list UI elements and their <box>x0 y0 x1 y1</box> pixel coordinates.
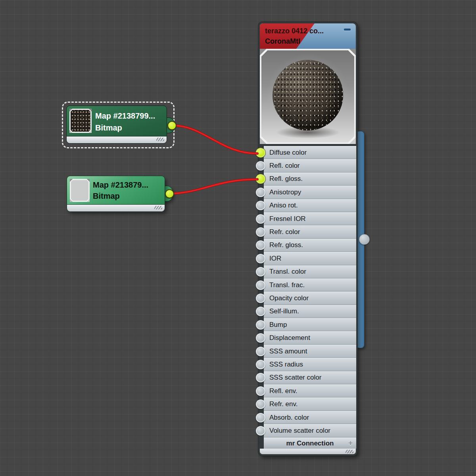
material-preview[interactable] <box>260 49 356 144</box>
slot-row-anisotropy: Anisotropy <box>264 186 356 199</box>
preview-corner-notch <box>347 49 356 58</box>
input-slot-list: Diffuse colorRefl. colorRefl. gloss.Anis… <box>264 146 356 438</box>
slot-label: Refl. gloss. <box>269 175 303 183</box>
map2-resize-strip[interactable] <box>67 205 165 212</box>
input-socket-transl-frac[interactable] <box>256 280 265 290</box>
slate-material-editor-canvas: terazzo 0412 co... CoronaMtl Diffuse col… <box>0 0 476 476</box>
slot-label: Aniso rot. <box>269 202 298 209</box>
slot-row-transl-frac: Transl. frac. <box>264 278 356 292</box>
input-socket-refr-env[interactable] <box>256 399 265 409</box>
input-socket-refr-gloss[interactable] <box>256 240 265 250</box>
map2-title: Map #213879... <box>93 180 148 190</box>
slot-label: Opacity color <box>269 294 309 302</box>
slot-row-sss-radius: SSS radius <box>264 358 356 371</box>
slot-row-self-illum: Self-illum. <box>264 305 356 318</box>
map2-type: Bitmap <box>93 192 120 201</box>
slot-row-refr-env: Refr. env. <box>264 397 356 411</box>
slot-row-volume-scatter-color: Volume scatter color <box>264 424 356 437</box>
wire-map1-to-diffuse-color[interactable] <box>172 125 257 154</box>
slot-row-fresnel-ior: Fresnel IOR <box>264 212 356 225</box>
material-node-coronamtl[interactable]: terazzo 0412 co... CoronaMtl Diffuse col… <box>258 22 357 456</box>
input-socket-anisotropy[interactable] <box>256 188 265 197</box>
mr-connection-label: mr Connection <box>264 440 356 447</box>
input-socket-sss-radius[interactable] <box>256 360 265 369</box>
slot-label: Refr. color <box>269 228 300 236</box>
slot-label: Diffuse color <box>269 149 307 157</box>
material-preview-sphere <box>273 60 343 131</box>
input-socket-refl-gloss[interactable] <box>256 174 265 184</box>
slot-label: Displacement <box>269 334 310 342</box>
slot-label: Volume scatter color <box>269 427 330 435</box>
slot-row-refl-gloss: Refl. gloss. <box>264 173 356 186</box>
resize-grip-icon[interactable] <box>154 206 162 209</box>
input-socket-volume-scatter-color[interactable] <box>256 426 265 436</box>
material-node-resize-strip[interactable] <box>260 449 356 454</box>
slot-label: Transl. frac. <box>269 281 305 289</box>
connection-wires <box>0 0 476 476</box>
slot-label: Transl. color <box>269 268 306 276</box>
material-preview-scene <box>261 50 354 142</box>
input-socket-opacity-color[interactable] <box>256 294 265 303</box>
slot-row-refr-color: Refr. color <box>264 225 356 238</box>
slot-label: Absorb. color <box>269 414 309 422</box>
map1-thumbnail[interactable] <box>69 109 92 133</box>
input-socket-diffuse-color[interactable] <box>256 148 265 157</box>
slot-row-refl-env: Refl. env. <box>264 384 356 397</box>
slot-label: Fresnel IOR <box>269 215 306 223</box>
collapse-minus-icon[interactable] <box>344 29 351 31</box>
slot-row-bump: Bump <box>264 318 356 331</box>
slot-label: Self-illum. <box>269 307 299 315</box>
input-socket-transl-color[interactable] <box>256 267 265 276</box>
map2-thumbnail[interactable] <box>70 179 90 202</box>
slot-row-refr-gloss: Refr. gloss. <box>264 239 356 252</box>
slot-label: SSS amount <box>269 347 307 355</box>
slot-label: SSS scatter color <box>269 374 321 382</box>
slot-label: Refr. gloss. <box>269 241 303 249</box>
slot-label: IOR <box>269 255 281 263</box>
resize-grip-icon[interactable] <box>345 450 353 453</box>
slot-row-opacity-color: Opacity color <box>264 292 356 305</box>
input-socket-aniso-rot[interactable] <box>256 201 265 210</box>
slot-row-sss-amount: SSS amount <box>264 345 356 358</box>
map1-type: Bitmap <box>95 123 122 132</box>
slot-label: Bump <box>269 321 287 329</box>
input-socket-sss-amount[interactable] <box>256 347 265 356</box>
slot-label: Refl. color <box>269 162 300 170</box>
slot-label: SSS radius <box>269 361 303 369</box>
input-socket-refr-color[interactable] <box>256 227 265 237</box>
resize-grip-icon[interactable] <box>156 138 164 141</box>
mr-connection-bar[interactable]: mr Connection + <box>264 438 356 449</box>
input-socket-refl-color[interactable] <box>256 161 265 171</box>
material-node-title: terazzo 0412 co... <box>265 26 324 36</box>
input-socket-refl-env[interactable] <box>256 386 265 396</box>
input-socket-bump[interactable] <box>256 320 265 330</box>
slot-row-displacement: Displacement <box>264 331 356 344</box>
input-socket-self-illum[interactable] <box>256 307 265 316</box>
slot-label: Refr. env. <box>269 400 298 408</box>
slot-row-absorb-color: Absorb. color <box>264 411 356 424</box>
map1-resize-strip[interactable] <box>66 136 167 144</box>
input-socket-displacement[interactable] <box>256 333 265 343</box>
slot-label: Refl. env. <box>269 387 298 395</box>
material-node-type: CoronaMtl <box>265 36 324 46</box>
slot-row-aniso-rot: Aniso rot. <box>264 199 356 212</box>
plus-icon[interactable]: + <box>348 439 353 447</box>
input-socket-sss-scatter-color[interactable] <box>256 373 265 382</box>
input-socket-fresnel-ior[interactable] <box>256 214 265 224</box>
preview-corner-notch <box>347 135 356 144</box>
slot-label: Anisotropy <box>269 188 301 196</box>
map1-title: Map #2138799... <box>95 111 155 121</box>
slot-row-diffuse-color: Diffuse color <box>264 146 356 159</box>
input-socket-ior[interactable] <box>256 254 265 263</box>
input-socket-absorb-color[interactable] <box>256 413 265 422</box>
material-output-socket[interactable] <box>359 234 370 245</box>
slot-row-transl-color: Transl. color <box>264 265 356 278</box>
wire-map2-to-refl-gloss[interactable] <box>169 179 257 194</box>
preview-corner-notch <box>260 135 269 144</box>
material-node-header[interactable]: terazzo 0412 co... CoronaMtl <box>260 23 356 49</box>
map2-output-socket[interactable] <box>165 189 174 198</box>
slot-row-refl-color: Refl. color <box>264 159 356 172</box>
slot-row-ior: IOR <box>264 252 356 265</box>
map1-output-socket[interactable] <box>167 121 177 130</box>
preview-corner-notch <box>260 49 269 58</box>
